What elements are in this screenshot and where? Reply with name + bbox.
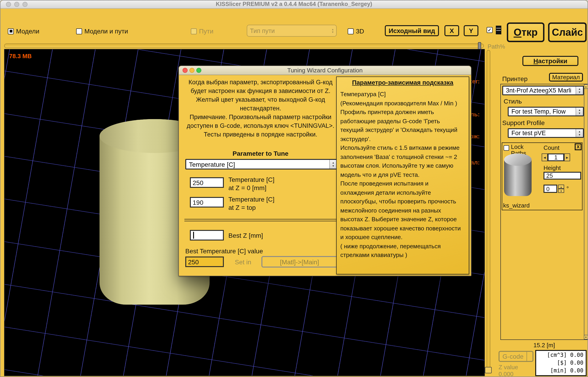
scroll-up-icon[interactable]: ▲: [584, 84, 588, 89]
support-stepper-icon: ▲▼: [575, 129, 583, 137]
show-paths-box: ✓: [487, 27, 493, 33]
remove-model-button[interactable]: X: [575, 143, 582, 150]
y-axis-button[interactable]: Y: [464, 25, 478, 36]
kisslicer-window: KISSlicer PREMIUM v2 a 0.4.4 Mac64 (Tara…: [0, 0, 588, 377]
z-preview-slider[interactable]: [487, 50, 490, 373]
settings-button[interactable]: Настройки: [522, 56, 578, 66]
models-and-paths-box: [76, 28, 82, 34]
support-profile-select[interactable]: For test pVE ▲▼: [508, 128, 584, 138]
x-axis-label: X: [450, 27, 454, 34]
z-preview-slider-handle[interactable]: [485, 367, 492, 373]
angle-spinner[interactable]: ▲ ▼: [558, 185, 564, 193]
home-view-button[interactable]: Исходный вид: [385, 25, 439, 36]
x-axis-button[interactable]: X: [444, 25, 459, 36]
material-label: Материал: [552, 74, 580, 81]
window-close-button[interactable]: [6, 2, 11, 7]
clipped-stat-label: ал:: [471, 159, 480, 166]
count-decrement-button[interactable]: ◀: [542, 153, 548, 161]
paths-checkbox[interactable]: Пути: [191, 27, 213, 35]
dialog-zoom-button[interactable]: [196, 68, 201, 73]
best-temperature-field[interactable]: 250: [185, 257, 224, 267]
gcode-divider: [526, 352, 533, 361]
down-arrow-icon[interactable]: ▼: [558, 189, 564, 193]
section-divider: [184, 219, 338, 221]
angle-field[interactable]: 0: [543, 185, 557, 193]
dialog-intro-text: Когда выбран параметр, экспортированный …: [181, 78, 340, 139]
lock-paths-checkbox[interactable]: [504, 145, 509, 151]
window-titlebar: KISSlicer PREMIUM v2 a 0.4.4 Mac64 (Tara…: [0, 0, 588, 9]
model-thumbnail[interactable]: [503, 153, 533, 198]
count-field[interactable]: 1: [548, 153, 564, 161]
best-temperature-label: Best Temperature [C] value: [185, 247, 263, 255]
parameter-value: Temperature [C]: [186, 160, 329, 169]
3d-box: [348, 28, 354, 34]
down-arrow-icon: ▼: [578, 91, 581, 94]
close-icon: X: [576, 144, 579, 149]
right-arrow-icon: ▶: [566, 156, 568, 159]
down-arrow-icon: ▼: [332, 164, 335, 167]
slice-button[interactable]: Слайс: [548, 23, 587, 42]
clipped-stat-label: ль:: [470, 111, 480, 118]
profiles-scrollbar[interactable]: ▲ ▼: [584, 84, 588, 340]
hint-heading: Параметро-зависимая подсказка: [337, 79, 469, 86]
count-increment-button[interactable]: ▶: [564, 153, 570, 161]
best-z-field[interactable]: [190, 230, 224, 240]
stat-cost: [$] 0.00: [538, 359, 583, 367]
dialog-close-button[interactable]: [183, 68, 188, 73]
down-arrow-icon: ▼: [578, 133, 581, 136]
show-paths-checkbox[interactable]: ✓: [487, 27, 493, 33]
3d-checkbox[interactable]: 3D: [348, 27, 364, 35]
path-type-select[interactable]: Тип пути ▲▼: [247, 25, 337, 37]
y-axis-label: Y: [469, 27, 473, 34]
count-label: Count: [543, 144, 559, 151]
material-button[interactable]: Материал: [549, 73, 583, 82]
height-value: 25: [546, 172, 553, 179]
stat-volume: [cm^3] 0.00: [538, 351, 583, 359]
style-label: Стиль: [504, 98, 522, 105]
parameter-stepper-icon: ▲▼: [329, 160, 337, 169]
dialog-body: Когда выбран параметр, экспортированный …: [179, 75, 471, 276]
dialog-titlebar[interactable]: Tuning Wizard Configuration: [179, 66, 471, 75]
temp-at-z0-field[interactable]: 250: [190, 177, 224, 188]
open-label-accel: О: [514, 26, 522, 38]
height-field[interactable]: 25: [543, 172, 581, 180]
gcode-button[interactable]: G-code: [499, 351, 533, 362]
models-radio-dot-icon: [9, 30, 12, 33]
check-icon: ✓: [488, 28, 492, 32]
paths-palette-icon: [496, 26, 501, 34]
count-value: 1: [554, 154, 558, 161]
path-percent-slider[interactable]: [4, 44, 484, 48]
hint-text: Температура [C] (Рекомендация производит…: [340, 90, 466, 259]
style-select[interactable]: For test Temp, Flow ▲▼: [508, 107, 584, 116]
up-arrow-icon[interactable]: ▲: [558, 185, 564, 189]
paths-label: Пути: [199, 27, 213, 35]
clipped-stat-label: ter:: [470, 78, 480, 85]
models-radio-box: [8, 28, 14, 34]
up-arrow-icon: ▲: [332, 161, 335, 164]
angle-value: 0: [546, 185, 550, 192]
z-value: 0.000: [499, 371, 513, 377]
parameter-select[interactable]: Temperature [C] ▲▼: [185, 159, 338, 169]
open-label-rest: ткр: [522, 26, 538, 38]
printer-select[interactable]: 3nt-Prof AzteegX5 Marli ▲▼: [502, 86, 584, 95]
z-value-label: Z value: [499, 364, 518, 371]
window-zoom-button[interactable]: [23, 2, 27, 7]
models-radio[interactable]: Модели: [8, 27, 39, 35]
open-button[interactable]: Откр: [507, 23, 544, 42]
home-view-label: Исходный вид: [389, 27, 435, 34]
window-title: KISSlicer PREMIUM v2 a 0.4.4 Mac64 (Tara…: [0, 0, 588, 8]
text-cursor: [193, 232, 194, 239]
models-and-paths-checkbox[interactable]: Модели и пути: [76, 27, 128, 35]
window-minimize-button[interactable]: [14, 2, 19, 7]
path-type-value: Тип пути: [247, 25, 329, 36]
model-name: ks_wizard: [503, 202, 530, 209]
scroll-down-icon[interactable]: ▼: [584, 335, 588, 340]
dialog-minimize-button[interactable]: [189, 68, 194, 73]
slice-label: Слайс: [552, 26, 583, 38]
matl-main-button[interactable]: [Matl]->[Main]: [262, 256, 338, 268]
paths-box: [191, 28, 197, 34]
temp-at-top-field[interactable]: 190: [190, 197, 224, 208]
tuning-wizard-dialog: Tuning Wizard Configuration Когда выбран…: [178, 66, 472, 276]
models-radio-label: Модели: [16, 27, 39, 35]
style-stepper-icon: ▲▼: [575, 108, 583, 116]
